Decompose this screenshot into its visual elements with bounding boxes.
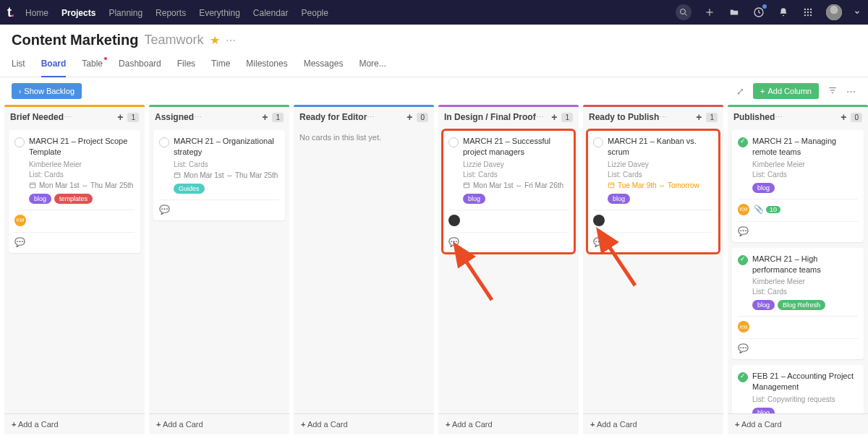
show-backlog-button[interactable]: › Show Backlog [12, 83, 82, 99]
search-icon[interactable] [676, 4, 692, 20]
clock-icon[interactable] [752, 6, 765, 19]
project-header: Content Marketing Teamwork ★ ⋯ [0, 25, 868, 48]
tab-messages[interactable]: Messages [304, 59, 344, 77]
avatar[interactable]: KM [14, 215, 26, 226]
nav-people[interactable]: People [302, 8, 328, 18]
logo[interactable]: t. [7, 5, 14, 20]
complete-checkbox[interactable] [159, 137, 169, 147]
folder-icon[interactable] [728, 6, 741, 19]
nav-home[interactable]: Home [25, 8, 48, 18]
tab-table[interactable]: Table [82, 59, 103, 77]
card-date: Mon Mar 1st ↔ Thu Mar 25th [29, 181, 135, 189]
nav-reports[interactable]: Reports [156, 8, 186, 18]
more-icon[interactable]: ⋯ [659, 113, 668, 122]
add-card-icon[interactable]: + [407, 111, 412, 123]
tag[interactable]: blog [752, 300, 775, 310]
complete-checkbox[interactable] [448, 137, 459, 147]
nav-everything[interactable]: Everything [199, 8, 240, 18]
nav-projects[interactable]: Projects [61, 8, 95, 18]
card[interactable]: MARCH 21 – Project Scope Template Kimber… [9, 130, 140, 253]
card[interactable]: MARCH 21 – Successful project managers L… [443, 130, 574, 253]
complete-checkbox[interactable] [738, 255, 748, 265]
add-card-button[interactable]: + Add a Card [4, 413, 145, 434]
add-icon[interactable] [703, 6, 716, 19]
tag[interactable]: templates [54, 194, 93, 204]
comment-icon[interactable]: 💬 [593, 237, 604, 247]
avatar[interactable] [593, 215, 605, 226]
add-card-icon[interactable]: + [117, 111, 123, 123]
card[interactable]: FEB 21 – Accounting Project Management L… [732, 365, 864, 413]
star-icon[interactable]: ★ [210, 33, 220, 47]
card-assignee: Kimberlee Meier [752, 160, 858, 168]
more-icon[interactable]: ⋯ [367, 113, 375, 122]
add-card-icon[interactable]: + [551, 111, 557, 123]
card[interactable]: MARCH 21 – Kanban vs. scrum Lizzie Davey… [587, 130, 719, 253]
tag[interactable]: Blog Refresh [778, 300, 825, 310]
card-footer: KM [14, 210, 135, 226]
more-icon[interactable]: ⋯ [64, 113, 72, 122]
tab-list[interactable]: List [12, 59, 25, 77]
more-icon[interactable]: ⋯ [536, 113, 545, 122]
add-card-button[interactable]: + Add a Card [728, 413, 868, 434]
tag[interactable]: blog [463, 194, 485, 204]
more-icon[interactable]: ⋯ [846, 86, 856, 97]
svg-line-1 [685, 14, 687, 16]
add-card-button[interactable]: + Add a Card [438, 413, 579, 434]
add-card-button[interactable]: + Add a Card [583, 413, 723, 434]
complete-checkbox[interactable] [738, 372, 748, 382]
card-list: List: Cards [174, 160, 279, 168]
attachment-count[interactable]: 📎10 [754, 205, 780, 214]
empty-message: No cards in this list yet. [298, 130, 430, 145]
add-card-icon[interactable]: + [841, 111, 846, 123]
chevron-down-icon[interactable] [854, 6, 861, 19]
nav-planning[interactable]: Planning [109, 8, 142, 18]
comment-icon[interactable]: 💬 [159, 205, 170, 215]
add-card-icon[interactable]: + [696, 111, 702, 123]
svg-point-7 [810, 9, 812, 10]
add-card-button[interactable]: + Add a Card [294, 413, 434, 434]
tag[interactable]: Guides [174, 184, 205, 194]
expand-icon[interactable]: ⤢ [736, 86, 744, 97]
filter-icon[interactable] [827, 85, 838, 98]
card[interactable]: MARCH 21 – Organizational strategy List:… [153, 130, 285, 220]
tag[interactable]: blog [752, 183, 775, 193]
tag[interactable]: blog [608, 194, 630, 204]
tab-files[interactable]: Files [177, 59, 195, 77]
complete-checkbox[interactable] [738, 137, 748, 147]
column-title: Brief Needed [10, 112, 64, 122]
more-icon[interactable]: ⋯ [775, 113, 783, 122]
comment-icon[interactable]: 💬 [14, 237, 25, 247]
more-icon[interactable]: ⋯ [194, 113, 203, 122]
card-title: MARCH 21 – Organizational strategy [174, 136, 279, 158]
complete-checkbox[interactable] [14, 137, 25, 147]
avatar[interactable] [448, 215, 460, 226]
add-column-button[interactable]: + Add Column [753, 83, 819, 99]
bell-icon[interactable] [777, 6, 790, 19]
add-card-button[interactable]: + Add a Card [149, 413, 289, 434]
tag[interactable]: blog [29, 194, 51, 204]
user-avatar[interactable] [826, 4, 842, 20]
svg-point-11 [804, 14, 806, 16]
card-list: List: Copywriting requests [752, 395, 858, 403]
column: Ready to Publish ⋯ + 1 MARCH 21 – Kanban… [583, 105, 723, 434]
comment-icon[interactable]: 💬 [448, 237, 459, 247]
card-actions: 💬 [738, 338, 858, 353]
nav-calendar[interactable]: Calendar [253, 8, 289, 18]
tab-dashboard[interactable]: Dashboard [119, 59, 161, 77]
card[interactable]: MARCH 21 – Managing remote teams Kimberl… [732, 130, 864, 242]
comment-icon[interactable]: 💬 [738, 226, 749, 236]
more-icon[interactable]: ⋯ [226, 35, 237, 46]
svg-point-13 [810, 14, 812, 16]
card[interactable]: MARCH 21 – High performance teams Kimber… [732, 248, 864, 360]
avatar[interactable]: KM [738, 204, 749, 215]
avatar[interactable]: KM [738, 321, 749, 332]
tab-time[interactable]: Time [211, 59, 230, 77]
tab-milestones[interactable]: Milestones [246, 59, 287, 77]
complete-checkbox[interactable] [593, 137, 603, 147]
apps-icon[interactable] [801, 6, 814, 19]
tab-more[interactable]: More... [359, 59, 386, 77]
tag[interactable]: blog [752, 408, 775, 413]
comment-icon[interactable]: 💬 [738, 343, 749, 353]
tab-board[interactable]: Board [41, 59, 67, 77]
add-card-icon[interactable]: + [262, 111, 268, 123]
